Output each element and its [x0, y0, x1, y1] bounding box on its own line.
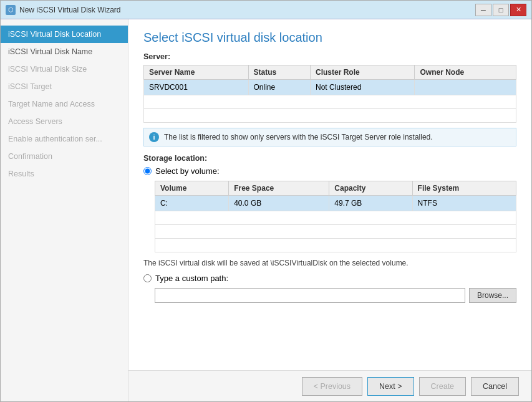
vol-col-volume: Volume	[155, 181, 229, 196]
main-panel: Select iSCSI virtual disk location Serve…	[128, 19, 531, 401]
wizard-icon: ⬡	[6, 5, 16, 15]
col-status: Status	[248, 65, 310, 80]
title-bar-controls: ─ □ ✕	[475, 4, 526, 16]
volume-name-cell: C:	[155, 196, 229, 211]
page-title: Select iSCSI virtual disk location	[143, 31, 516, 45]
info-bar: i The list is filtered to show only serv…	[143, 128, 516, 146]
col-server-name: Server Name	[144, 65, 249, 80]
select-by-volume-row: Select by volume:	[143, 166, 516, 176]
custom-path-radio[interactable]	[143, 274, 152, 282]
sidebar-item-confirmation: Confirmation	[1, 148, 128, 165]
info-text: The list is filtered to show only server…	[164, 133, 433, 141]
storage-label: Storage location:	[143, 154, 516, 163]
custom-path-row: Type a custom path:	[143, 274, 516, 283]
status-cell: Online	[248, 80, 310, 95]
custom-path-input-row: Browse...	[155, 288, 516, 303]
empty-row-2	[144, 109, 516, 123]
volume-free-cell: 40.0 GB	[229, 196, 329, 211]
select-by-volume-radio[interactable]	[143, 167, 152, 175]
footer: < Previous Next > Create Cancel	[128, 370, 531, 401]
sidebar-item-auth: Enable authentication ser...	[1, 130, 128, 148]
volume-table: Volume Free Space Capacity File System C…	[155, 181, 516, 252]
main-header: Select iSCSI virtual disk location	[128, 19, 531, 52]
next-button[interactable]: Next >	[367, 377, 414, 396]
select-by-volume-label[interactable]: Select by volume:	[155, 166, 220, 176]
cluster-role-cell: Not Clustered	[310, 80, 414, 95]
custom-path-label[interactable]: Type a custom path:	[155, 274, 228, 283]
vol-col-capacity: Capacity	[329, 181, 412, 196]
volume-row[interactable]: C: 40.0 GB 49.7 GB NTFS	[155, 196, 516, 211]
sidebar-item-iscsi-location[interactable]: iSCSI Virtual Disk Location	[1, 26, 128, 43]
browse-button[interactable]: Browse...	[469, 288, 516, 303]
col-owner-node: Owner Node	[415, 65, 516, 80]
title-bar: ⬡ New iSCSI Virtual Disk Wizard ─ □ ✕	[1, 1, 531, 19]
close-button[interactable]: ✕	[510, 4, 526, 16]
volume-filesystem-cell: NTFS	[412, 196, 516, 211]
vol-empty-1	[155, 211, 516, 225]
cancel-button[interactable]: Cancel	[471, 377, 519, 396]
vol-col-free: Free Space	[229, 181, 329, 196]
custom-path-input[interactable]	[155, 288, 465, 303]
volume-capacity-cell: 49.7 GB	[329, 196, 412, 211]
sidebar: iSCSI Virtual Disk Location iSCSI Virtua…	[1, 19, 128, 401]
main-body: Server: Server Name Status Cluster Role …	[128, 52, 531, 370]
storage-section: Storage location: Select by volume: Volu…	[143, 154, 516, 303]
info-icon: i	[149, 132, 159, 142]
maximize-button[interactable]: □	[493, 4, 509, 16]
server-name-cell: SRVDC001	[144, 80, 249, 95]
sidebar-item-results: Results	[1, 165, 128, 183]
title-bar-title: New iSCSI Virtual Disk Wizard	[19, 6, 120, 14]
server-table: Server Name Status Cluster Role Owner No…	[143, 65, 516, 123]
sidebar-item-access-servers: Access Servers	[1, 113, 128, 130]
sidebar-item-iscsi-target: iSCSI Target	[1, 78, 128, 95]
server-section-label: Server:	[143, 52, 516, 61]
minimize-button[interactable]: ─	[475, 4, 491, 16]
vol-col-filesystem: File System	[412, 181, 516, 196]
vol-empty-2	[155, 225, 516, 239]
sidebar-item-target-name: Target Name and Access	[1, 95, 128, 113]
sidebar-item-iscsi-size: iSCSI Virtual Disk Size	[1, 60, 128, 78]
empty-row-1	[144, 95, 516, 109]
owner-node-cell	[415, 80, 516, 95]
content-area: iSCSI Virtual Disk Location iSCSI Virtua…	[1, 19, 531, 401]
col-cluster-role: Cluster Role	[310, 65, 414, 80]
create-button[interactable]: Create	[419, 377, 467, 396]
vol-empty-3	[155, 239, 516, 252]
sidebar-item-iscsi-name[interactable]: iSCSI Virtual Disk Name	[1, 43, 128, 60]
wizard-window: ⬡ New iSCSI Virtual Disk Wizard ─ □ ✕ iS…	[0, 0, 532, 402]
title-bar-left: ⬡ New iSCSI Virtual Disk Wizard	[6, 5, 120, 15]
previous-button[interactable]: < Previous	[302, 377, 362, 396]
save-path-text: The iSCSI virtual disk will be saved at …	[143, 259, 516, 267]
table-row[interactable]: SRVDC001 Online Not Clustered	[144, 80, 516, 95]
